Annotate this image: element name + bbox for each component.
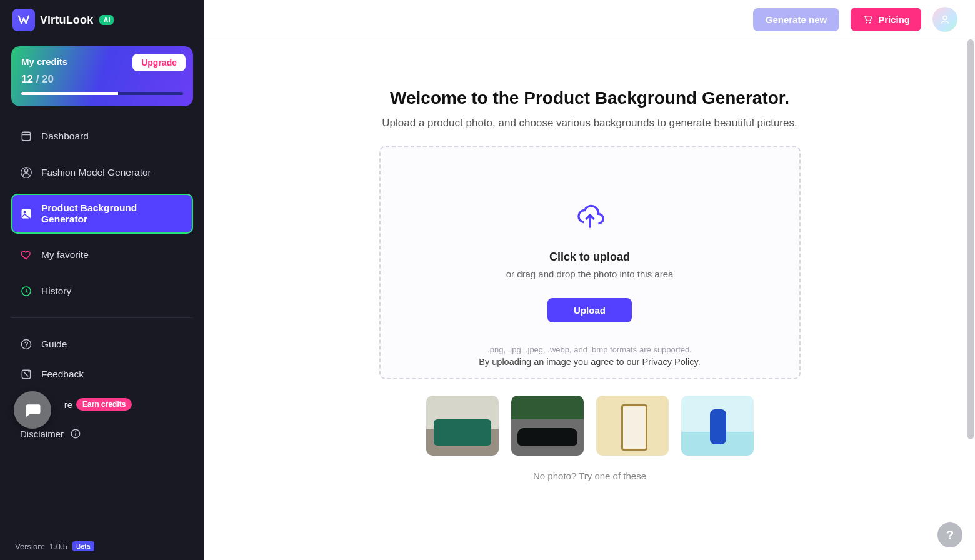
page-subtitle: Upload a product photo, and choose vario… (382, 117, 797, 129)
svg-rect-0 (22, 132, 30, 140)
primary-nav: Dashboard Fashion Model Generator Produc… (11, 121, 193, 306)
disclaimer-label: Disclaimer (20, 429, 64, 439)
pricing-label: Pricing (878, 14, 910, 25)
cart-icon (862, 14, 873, 25)
sidebar-item-favorite[interactable]: My favorite (11, 240, 193, 270)
sample-car[interactable] (511, 396, 584, 456)
credits-total: 20 (42, 73, 54, 85)
earn-credits-badge: Earn credits (76, 398, 132, 411)
svg-point-7 (26, 346, 27, 348)
version-prefix: Version: (15, 542, 44, 551)
page-title: Welcome to the Product Background Genera… (390, 88, 789, 108)
sidebar-item-feedback[interactable]: Feedback (11, 359, 193, 389)
scrollbar-track[interactable] (966, 39, 975, 560)
sidebar-item-label: My favorite (41, 249, 89, 261)
credits-progress (21, 92, 183, 95)
sample-row (426, 396, 754, 456)
history-icon (20, 285, 32, 298)
svg-rect-11 (75, 433, 76, 436)
sidebar-item-label: Dashboard (41, 131, 89, 142)
version-row: Version: 1.0.5 Beta (11, 535, 193, 554)
upload-button[interactable]: Upload (548, 298, 632, 322)
user-icon (939, 13, 951, 26)
sidebar-item-dashboard[interactable]: Dashboard (11, 121, 193, 151)
svg-point-1 (24, 169, 28, 172)
dropzone-footer: .png, .jpg, .jpeg, .webp, and .bmp forma… (479, 345, 700, 367)
main: Generate new Pricing Welcome to the Prod… (204, 0, 975, 560)
share-partial-label: re (64, 399, 72, 410)
generate-new-button[interactable]: Generate new (753, 8, 839, 31)
dropzone-subtitle: or drag and drop the photo into this are… (506, 269, 674, 279)
credits-sep: / (36, 73, 42, 85)
sample-perfume[interactable] (596, 396, 669, 456)
help-fab[interactable]: ? (938, 522, 962, 548)
heart-icon (20, 249, 32, 261)
svg-point-13 (869, 22, 871, 23)
credits-count: 12 / 20 (21, 73, 183, 86)
pricing-button[interactable]: Pricing (851, 8, 921, 31)
svg-point-4 (24, 211, 26, 214)
beta-badge: Beta (72, 541, 94, 551)
dropzone-title: Click to upload (549, 251, 630, 264)
person-icon (20, 166, 32, 179)
dashboard-icon (20, 130, 32, 142)
topbar: Generate new Pricing (204, 0, 975, 39)
feedback-icon (20, 368, 32, 381)
credits-used: 12 (21, 73, 33, 85)
guide-icon (20, 338, 32, 351)
credits-progress-fill (21, 92, 118, 95)
chat-fab[interactable] (14, 391, 51, 429)
chat-icon (23, 401, 42, 419)
sidebar-item-guide[interactable]: Guide (11, 329, 193, 359)
svg-point-14 (943, 16, 947, 20)
credits-card: My credits Upgrade 12 / 20 (11, 46, 193, 106)
brand-row: VirtuLook AI (11, 9, 193, 31)
sidebar-item-label: Feedback (41, 369, 84, 380)
info-icon (70, 428, 81, 439)
svg-rect-3 (22, 209, 31, 219)
upgrade-button[interactable]: Upgrade (132, 54, 186, 71)
supported-formats: .png, .jpg, .jpeg, .webp, and .bmp forma… (479, 345, 700, 354)
sidebar: VirtuLook AI My credits Upgrade 12 / 20 … (0, 0, 204, 560)
sidebar-item-label: Fashion Model Generator (41, 167, 151, 178)
ai-badge: AI (99, 15, 114, 25)
sidebar-item-product-bg[interactable]: Product Background Generator (11, 194, 193, 234)
version-number: 1.0.5 (49, 542, 68, 551)
content: Welcome to the Product Background Genera… (204, 39, 975, 560)
svg-rect-10 (75, 431, 76, 432)
question-mark-icon: ? (946, 528, 954, 542)
scrollbar-thumb[interactable] (968, 39, 974, 439)
agree-suffix: . (698, 357, 701, 367)
svg-point-12 (866, 22, 867, 23)
samples-label: No photo? Try one of these (533, 471, 646, 481)
sidebar-item-label: Product Background Generator (41, 202, 184, 225)
brand-name: VirtuLook (40, 14, 93, 27)
agree-prefix: By uploading an image you agree to our (479, 357, 642, 367)
avatar[interactable] (932, 7, 958, 32)
privacy-policy-link[interactable]: Privacy Policy (642, 357, 698, 367)
sidebar-item-label: History (41, 286, 71, 297)
sample-sofa[interactable] (426, 396, 499, 456)
sample-cup[interactable] (681, 396, 754, 456)
sidebar-item-label: Guide (41, 339, 67, 350)
nav-divider (11, 318, 193, 318)
upload-dropzone[interactable]: Click to upload or drag and drop the pho… (379, 146, 801, 379)
agree-text: By uploading an image you agree to our P… (479, 357, 700, 367)
sidebar-item-fashion[interactable]: Fashion Model Generator (11, 158, 193, 188)
product-bg-icon (20, 208, 32, 220)
sidebar-item-history[interactable]: History (11, 276, 193, 306)
cloud-upload-icon (576, 203, 604, 234)
brand-logo (12, 9, 35, 31)
brand-icon (17, 13, 31, 27)
